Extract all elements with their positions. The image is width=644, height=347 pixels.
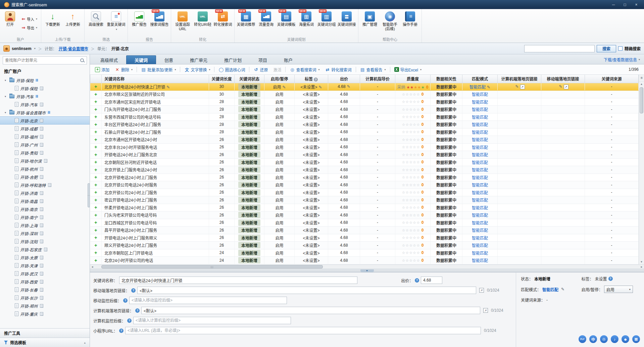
external-link-icon[interactable]: ↗ bbox=[520, 85, 525, 89]
tree-unit-item[interactable]: 开锁-广州 bbox=[0, 141, 90, 149]
sidebar-search-input[interactable] bbox=[5, 58, 80, 63]
tree-unit-item[interactable]: 开锁-哈尔滨 bbox=[0, 157, 90, 165]
tree-unit-item[interactable]: 开锁-杭州 bbox=[0, 165, 90, 173]
keyword-row[interactable]: +北京市顺义区张镇附近的开锁公司30本地新增启用<未设置>4.68-☆☆☆☆☆0… bbox=[90, 91, 639, 98]
add-keyword-icon[interactable]: + bbox=[94, 235, 97, 240]
tree-unit-item[interactable]: 开锁-南昌 bbox=[0, 197, 90, 205]
tree-unit-item[interactable]: 开锁-合肥 bbox=[0, 173, 90, 181]
toolbar-button-dup-keyword[interactable]: 重复关键词▾ bbox=[106, 10, 126, 37]
keyword-row[interactable]: +北京开锁公司24小时上门服务26本地新增启用<未设置>4.68-☆☆☆☆☆0数… bbox=[90, 189, 639, 196]
actionbar-button-restore[interactable]: ↺还原 bbox=[251, 66, 270, 73]
breadcrumb-plan-link[interactable]: 开锁-省会直辖市 bbox=[59, 46, 88, 51]
keyword-row[interactable]: +北京24小时开锁公司的电话24本地新增启用<未设置>4.68-☆☆☆☆☆0数据… bbox=[90, 257, 639, 264]
scroll-right-button[interactable]: ► bbox=[639, 265, 644, 268]
tree-unit-item[interactable]: 开锁-太原 bbox=[0, 253, 90, 261]
toolbar-button-promo-report[interactable]: 推广报告 bbox=[129, 10, 149, 37]
column-settings-gear-icon[interactable]: ✳ bbox=[639, 75, 644, 82]
detail-field-input[interactable] bbox=[137, 287, 476, 294]
tree-campaign-item[interactable]: ▾开锁-汽车 bbox=[0, 92, 90, 100]
scroll-down-button[interactable]: ▼ bbox=[639, 259, 644, 264]
tree-expand-icon[interactable]: ▾ bbox=[5, 79, 8, 82]
keyword-row[interactable]: +昌平开锁电话24小时上门服务26本地新增启用<未设置>4.68-☆☆☆☆☆0数… bbox=[90, 227, 639, 234]
toolbar-button-upload[interactable]: 上传更新 bbox=[63, 10, 83, 37]
add-keyword-icon[interactable]: + bbox=[94, 152, 97, 157]
tab-项目[interactable]: 项目 bbox=[250, 55, 276, 64]
tree-campaign-item[interactable]: ▾开锁-省会直辖市 bbox=[0, 108, 90, 116]
tree-unit-item[interactable]: 开锁-长沙 bbox=[0, 294, 90, 302]
tree-unit-item[interactable]: 开锁-西安 bbox=[0, 278, 90, 286]
column-header-pclink[interactable]: 计算机端落地页链接 bbox=[498, 75, 541, 83]
actionbar-button-activate[interactable]: 激活 bbox=[271, 66, 284, 73]
tab-高级样式[interactable]: 高级样式 bbox=[92, 55, 126, 64]
external-link-icon[interactable]: ↗ bbox=[483, 308, 488, 313]
minimize-button[interactable]: ─ bbox=[608, 1, 619, 8]
toolbar-button-user-open[interactable]: 打开 bbox=[1, 10, 19, 37]
tree-unit-item[interactable]: 开锁-汽车 bbox=[0, 100, 90, 108]
tree-unit-item[interactable]: 开锁-长春 bbox=[0, 286, 90, 294]
add-keyword-icon[interactable]: + bbox=[94, 250, 97, 255]
column-header-name[interactable]: 关键词名称 bbox=[102, 75, 209, 83]
detail-field-input[interactable] bbox=[129, 297, 287, 304]
vertical-scroll-track[interactable] bbox=[639, 87, 644, 259]
toolbar-button-kw-group[interactable]: NEW关键词分组 bbox=[316, 10, 337, 37]
vertical-scroll-handle[interactable] bbox=[640, 87, 643, 113]
external-link-icon[interactable]: ↗ bbox=[479, 288, 484, 293]
toolbar-button-promo-manage[interactable]: 推广管理 bbox=[360, 10, 380, 37]
tree-campaign-item[interactable]: ▾开锁-保险 bbox=[0, 76, 90, 84]
tree-expand-icon[interactable]: ▾ bbox=[5, 95, 8, 98]
keyword-row[interactable]: +怀柔开锁电话24小时上门服务26本地新增启用<未设置>4.68-☆☆☆☆☆0数… bbox=[90, 204, 639, 211]
keyword-row[interactable]: +北京市朝阳区上门开锁电话24本地新增启用<未设置>4.68-☆☆☆☆☆0数据积… bbox=[90, 249, 639, 257]
vertical-scrollbar[interactable]: ✳ ▲ ▼ bbox=[639, 75, 644, 264]
column-header-rel[interactable]: 数据相关性 bbox=[431, 75, 462, 83]
tree-unit-item[interactable]: 开锁-深圳 bbox=[0, 229, 90, 237]
column-header-enable[interactable]: 启用/暂停 bbox=[264, 75, 295, 83]
toolbar-button-conv-url[interactable]: 转化URI轻 bbox=[193, 10, 213, 37]
sidebar-item-promo-tools[interactable]: 推广工具 bbox=[0, 328, 90, 338]
tree-unit-item[interactable]: 开锁-郑州 bbox=[0, 302, 90, 310]
tree-unit-item[interactable]: 开锁-武汉 bbox=[0, 269, 90, 278]
keyword-row[interactable]: +龙口西城区开锁公司电话号码26本地新增启用<未设置>4.68-☆☆☆☆☆0数据… bbox=[90, 219, 639, 227]
actionbar-button-add[interactable]: +添加 bbox=[93, 66, 112, 73]
add-keyword-icon[interactable]: + bbox=[94, 175, 97, 180]
toolbar-button-kw-concat[interactable]: 关键词拼接 bbox=[337, 10, 357, 37]
tab-关键词[interactable]: 关键词 bbox=[126, 55, 156, 64]
add-keyword-icon[interactable]: + bbox=[94, 92, 97, 97]
keyword-row[interactable]: +北京开锁电话24小时快速上门开锁✎30本地新增启用✎<未设置>✎4.68✎-采… bbox=[90, 83, 639, 91]
actionbar-button-view-report[interactable]: ▤查看报告▾ bbox=[358, 66, 388, 73]
voice-icon[interactable]: ♪ bbox=[611, 335, 618, 343]
column-header-tag[interactable]: 标签? bbox=[295, 75, 328, 83]
keyword-row[interactable]: +北京朝阳区孙河附近开锁电话26本地新增启用<未设置>4.68-☆☆☆☆☆0数据… bbox=[90, 158, 639, 166]
keyword-row[interactable]: +北京市通州区开锁电话24小时26本地新增启用<未设置>4.68-☆☆☆☆☆0数… bbox=[90, 136, 639, 144]
add-keyword-icon[interactable]: + bbox=[94, 212, 97, 218]
actionbar-button-delete[interactable]: ✕删除▾ bbox=[112, 66, 135, 73]
tree-unit-item[interactable]: 开锁-呼和浩特 bbox=[0, 181, 90, 189]
edit-icon[interactable]: ✎ bbox=[347, 84, 350, 89]
add-keyword-icon[interactable]: + bbox=[94, 114, 97, 119]
apps-icon[interactable]: ▦ bbox=[632, 335, 640, 343]
edit-icon[interactable]: ✎ bbox=[559, 84, 562, 89]
add-keyword-icon[interactable]: + bbox=[94, 167, 97, 172]
edit-icon[interactable]: ✎ bbox=[166, 85, 170, 90]
user-icon[interactable]: ☻ bbox=[622, 335, 629, 343]
external-link-icon[interactable]: ↗ bbox=[564, 85, 568, 89]
toolbar-button-manual[interactable]: 操作手册 bbox=[400, 10, 420, 37]
tree-unit-item[interactable]: 开锁-重庆 bbox=[0, 310, 90, 318]
edit-icon[interactable]: ✎ bbox=[318, 85, 322, 90]
panel-splitter[interactable]: ▼ bbox=[90, 269, 644, 272]
keyword-row[interactable]: +开锁电话24小时上门服务北京26本地新增启用<未设置>4.68-☆☆☆☆☆0数… bbox=[90, 151, 639, 159]
tree-unit-item[interactable]: 开锁-石家庄 bbox=[0, 245, 90, 253]
keyword-row[interactable]: +密云开锁电话24小时上门服务26本地新增启用<未设置>4.68-☆☆☆☆☆0数… bbox=[90, 196, 639, 204]
sidebar-resize-grip[interactable]: ⋮ bbox=[88, 183, 90, 207]
column-header-status[interactable]: 关键词状态 bbox=[235, 75, 264, 83]
keyword-row[interactable]: +丰台区开锁电话24小时上门服务28本地新增启用<未设置>4.68-☆☆☆☆☆0… bbox=[90, 121, 639, 129]
tree-unit-item[interactable]: 开锁-天津 bbox=[0, 261, 90, 269]
keyword-row[interactable]: +门头沟开锁电话24小时上门服务28本地新增启用<未设置>4.68-☆☆☆☆☆0… bbox=[90, 106, 639, 113]
info-icon[interactable]: ? bbox=[135, 308, 140, 313]
chevron-up-icon[interactable]: ▴ bbox=[84, 341, 86, 344]
tab-账户[interactable]: 账户 bbox=[276, 55, 301, 64]
location-icon[interactable]: ◎ bbox=[600, 335, 608, 343]
detail-field-input[interactable] bbox=[125, 327, 481, 334]
horizontal-scroll-track[interactable]: ||| bbox=[95, 265, 639, 269]
tree-unit-item[interactable]: 开锁-上海 bbox=[0, 221, 90, 229]
keyword-row[interactable]: +门头沟老宋开锁公司电话号码26本地新增启用<未设置>4.68-☆☆☆☆☆0数据… bbox=[90, 211, 639, 219]
